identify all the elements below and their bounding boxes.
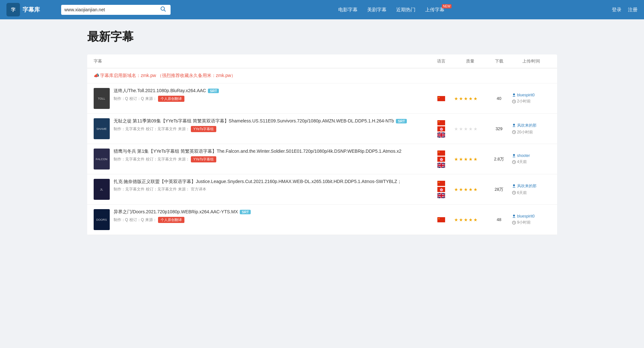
page-title: 最新字幕 bbox=[87, 29, 557, 45]
svg-rect-56 bbox=[437, 195, 445, 196]
svg-line-66 bbox=[514, 223, 515, 223]
nav-movies[interactable]: 电影字幕 bbox=[338, 7, 358, 13]
uploader-col: shooter 4天前 bbox=[512, 153, 551, 165]
flag-cn bbox=[437, 120, 445, 125]
table-row[interactable]: FALCON 猎鹰与冬兵 第1集【YYeTs字幕组 简繁英双语字幕】The.Fa… bbox=[87, 144, 557, 174]
download-count: 329 bbox=[486, 126, 512, 131]
upload-time: 20小时前 bbox=[512, 130, 551, 135]
subtitle-table: 字幕 语言 质量 下载 上传/时间 📣 字幕库启用新域名：zmk.pw （强烈推… bbox=[87, 54, 557, 235]
subtitle-title-area: 猎鹰与冬兵 第1集【YYeTs字幕组 简繁英双语字幕】The.Falcon.an… bbox=[114, 149, 402, 162]
logo-area: 字 字幕库 bbox=[6, 3, 55, 16]
announcement-row: 📣 字幕库启用新域名：zmk.pw （强烈推荐收藏永久备用米：zmk.pw） bbox=[87, 68, 557, 83]
col-upload-time: 上传/时间 bbox=[512, 58, 551, 64]
announcement-text: 📣 字幕库启用新域名：zmk.pw （强烈推荐收藏永久备用米：zmk.pw） bbox=[94, 73, 236, 79]
uploader-name: bluespirit0 bbox=[512, 93, 551, 97]
subtitle-title[interactable]: 送终人/The.Toll.2021.1080p.BluRay.x264.AAC … bbox=[114, 88, 219, 94]
nav-upload[interactable]: 上传字幕 NEW bbox=[425, 7, 444, 13]
subtitle-title-area: 无耻之徒 第11季第09集【YYeTs字幕组 简繁英双语字幕】Shameless… bbox=[114, 118, 407, 132]
svg-text:🌸: 🌸 bbox=[439, 127, 443, 131]
main-content: 最新字幕 字幕 语言 质量 下载 上传/时间 📣 字幕库启用新域名：zmk.pw… bbox=[81, 19, 564, 245]
flags-col: 🌸 bbox=[428, 181, 454, 198]
svg-text:🌸: 🌸 bbox=[439, 188, 443, 192]
quality-stars: ★★★★★ bbox=[454, 217, 486, 222]
table-row[interactable]: TOLL 送终人/The.Toll.2021.1080p.BluRay.x264… bbox=[87, 83, 557, 114]
subtitle-info: FALCON 猎鹰与冬兵 第1集【YYeTs字幕组 简繁英双语字幕】The.Fa… bbox=[94, 149, 428, 169]
table-row[interactable]: DOORS 异界之门/Doors.2021.720p1080p.WEBRip.x… bbox=[87, 205, 557, 235]
svg-text:🌸: 🌸 bbox=[439, 158, 443, 161]
register-link[interactable]: 注册 bbox=[628, 7, 638, 13]
subtitle-title-area: 异界之门/Doors.2021.720p1080p.WEBRip.x264.AA… bbox=[114, 209, 251, 223]
flag-cn bbox=[437, 150, 445, 156]
download-count: 2.8万 bbox=[486, 156, 512, 162]
table-row[interactable]: SHAME 无耻之徒 第11季第09集【YYeTs字幕组 简繁英双语字幕】Sha… bbox=[87, 114, 557, 144]
svg-text:字: 字 bbox=[11, 7, 15, 12]
upload-time: 4天前 bbox=[512, 159, 551, 165]
svg-rect-39 bbox=[437, 165, 445, 166]
flag-cn bbox=[437, 217, 445, 222]
uploader-col: bluespirit0 2小时前 bbox=[512, 93, 551, 104]
uploader-name: bluespirit0 bbox=[512, 214, 551, 218]
subtitle-title[interactable]: 猎鹰与冬兵 第1集【YYeTs字幕组 简繁英双语字幕】The.Falcon.an… bbox=[114, 149, 402, 154]
flags-col: 🌸 bbox=[428, 120, 454, 138]
logo-text: 字幕库 bbox=[23, 6, 40, 14]
subtitle-title[interactable]: 无耻之徒 第11季第09集【YYeTs字幕组 简繁英双语字幕】Shameless… bbox=[114, 118, 407, 124]
subtitle-title-area: 扎克·施奈德版正义联盟【中英双语字幕】Justice.League.Snyder… bbox=[114, 179, 402, 192]
uploader-col: 风吹来的那 6天前 bbox=[512, 183, 551, 196]
source-badge: 个人原创翻译 bbox=[158, 217, 184, 223]
search-button[interactable] bbox=[159, 6, 167, 14]
col-downloads: 下载 bbox=[486, 58, 512, 64]
svg-rect-22 bbox=[437, 134, 445, 136]
subtitle-title-area: 送终人/The.Toll.2021.1080p.BluRay.x264.AAC … bbox=[114, 88, 219, 102]
movie-thumb: DOORS bbox=[94, 209, 110, 230]
subtitle-info: TOLL 送终人/The.Toll.2021.1080p.BluRay.x264… bbox=[94, 88, 428, 109]
upload-time: 6天前 bbox=[512, 190, 551, 196]
svg-rect-61 bbox=[437, 217, 445, 222]
new-badge: NEW bbox=[442, 4, 451, 8]
subtitle-meta: 制作：见字幕文件 校订：见字幕文件 来源： YYeTs字幕组 bbox=[114, 126, 407, 132]
col-subtitle: 字幕 bbox=[94, 58, 428, 64]
header: 字 字幕库 电影字幕 美剧字幕 近期热门 上传字幕 NEW 登录 注册 bbox=[0, 0, 644, 19]
flag-uk bbox=[437, 163, 445, 168]
movie-thumb: FALCON bbox=[94, 149, 110, 169]
flag-uk bbox=[437, 193, 445, 198]
col-quality: 质量 bbox=[454, 58, 486, 64]
subtitle-title[interactable]: 扎克·施奈德版正义联盟【中英双语字幕】Justice.League.Snyder… bbox=[114, 179, 402, 185]
svg-rect-27 bbox=[437, 150, 445, 156]
movie-thumb: TOLL bbox=[94, 88, 110, 109]
flags-col: 🌸 bbox=[428, 150, 454, 168]
svg-line-43 bbox=[514, 162, 515, 163]
uploader-col: 风吹来的那 20小时前 bbox=[512, 123, 551, 135]
subtitle-rows-container: TOLL 送终人/The.Toll.2021.1080p.BluRay.x264… bbox=[87, 83, 557, 235]
login-link[interactable]: 登录 bbox=[612, 7, 621, 13]
svg-rect-44 bbox=[437, 181, 445, 186]
uploader-name: 风吹来的那 bbox=[512, 183, 551, 189]
source-label: 官方译本 bbox=[191, 187, 206, 192]
subtitle-meta: 制作：见字幕文件 校订：见字幕文件 来源： YYeTs字幕组 bbox=[114, 156, 402, 162]
subtitle-meta: 制作：Q 校订：Q 来源： 个人原创翻译 bbox=[114, 217, 251, 223]
svg-point-6 bbox=[513, 93, 515, 95]
nav-hot[interactable]: 近期热门 bbox=[396, 7, 415, 13]
svg-point-40 bbox=[513, 154, 515, 156]
svg-line-3 bbox=[164, 10, 166, 11]
movie-thumb: SHAME bbox=[94, 118, 110, 139]
table-header: 字幕 语言 质量 下载 上传/时间 bbox=[87, 54, 557, 68]
srt-badge: SRT bbox=[396, 119, 407, 123]
svg-line-9 bbox=[514, 102, 515, 102]
svg-point-57 bbox=[513, 184, 515, 186]
download-count: 40 bbox=[486, 96, 512, 101]
svg-line-60 bbox=[514, 193, 515, 193]
uploader-name: 风吹来的那 bbox=[512, 123, 551, 128]
table-row[interactable]: JL 扎克·施奈德版正义联盟【中英双语字幕】Justice.League.Sny… bbox=[87, 174, 557, 205]
nav-tv[interactable]: 美剧字幕 bbox=[367, 7, 387, 13]
subtitle-title[interactable]: 异界之门/Doors.2021.720p1080p.WEBRip.x264.AA… bbox=[114, 209, 251, 215]
svg-line-26 bbox=[514, 132, 515, 133]
subtitle-info: DOORS 异界之门/Doors.2021.720p1080p.WEBRip.x… bbox=[94, 209, 428, 230]
quality-stars: ★★★★★ bbox=[454, 157, 486, 162]
srt-badge: SRT bbox=[208, 89, 219, 93]
svg-rect-10 bbox=[437, 120, 445, 125]
quality-stars: ★★★★★ bbox=[454, 187, 486, 192]
search-input[interactable] bbox=[64, 7, 159, 12]
subtitle-meta: 制作：见字幕文件 校订：见字幕文件 来源： 官方译本 bbox=[114, 187, 402, 192]
flags-col bbox=[428, 96, 454, 101]
flag-hk: 🌸 bbox=[437, 157, 445, 162]
